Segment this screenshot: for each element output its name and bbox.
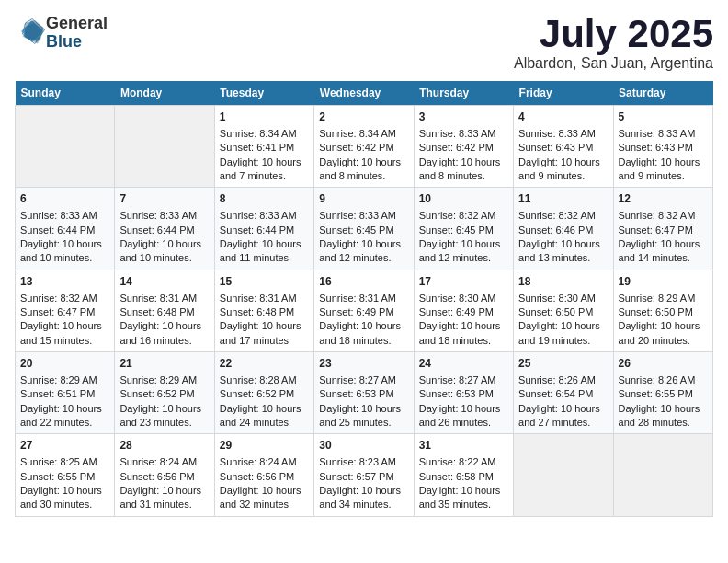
sunset-text: Sunset: 6:55 PM (20, 471, 95, 482)
calendar-cell: 19Sunrise: 8:29 AMSunset: 6:50 PMDayligh… (613, 270, 712, 351)
daylight-text: Daylight: 10 hours and 10 minutes. (119, 238, 201, 263)
sunrise-text: Sunrise: 8:33 AM (20, 210, 97, 221)
calendar-table: SundayMondayTuesdayWednesdayThursdayFrid… (15, 81, 713, 517)
sunset-text: Sunset: 6:55 PM (619, 388, 693, 399)
daylight-text: Daylight: 10 hours and 11 minutes. (220, 238, 301, 263)
sunrise-text: Sunrise: 8:33 AM (419, 128, 496, 139)
day-number: 8 (220, 191, 309, 207)
day-number: 23 (319, 356, 408, 372)
sunset-text: Sunset: 6:43 PM (518, 142, 593, 153)
page-header: General Blue July 2025 Albardon, San Jua… (15, 15, 713, 72)
sunset-text: Sunset: 6:50 PM (518, 306, 593, 317)
daylight-text: Daylight: 10 hours and 32 minutes. (220, 485, 301, 510)
calendar-cell: 8Sunrise: 8:33 AMSunset: 6:44 PMDaylight… (214, 188, 313, 270)
sunrise-text: Sunrise: 8:29 AM (619, 293, 696, 304)
week-row: 20Sunrise: 8:29 AMSunset: 6:51 PMDayligh… (16, 352, 713, 434)
sunrise-text: Sunrise: 8:32 AM (518, 210, 596, 221)
sunset-text: Sunset: 6:51 PM (20, 388, 95, 399)
daylight-text: Daylight: 10 hours and 30 minutes. (20, 485, 102, 510)
calendar-cell (613, 434, 712, 516)
day-number: 30 (319, 438, 408, 454)
daylight-text: Daylight: 10 hours and 25 minutes. (319, 403, 401, 428)
calendar-cell: 5Sunrise: 8:33 AMSunset: 6:43 PMDaylight… (613, 106, 712, 188)
sunset-text: Sunset: 6:54 PM (518, 388, 593, 399)
day-number: 26 (619, 356, 708, 372)
calendar-cell: 13Sunrise: 8:32 AMSunset: 6:47 PMDayligh… (16, 270, 115, 351)
calendar-cell: 4Sunrise: 8:33 AMSunset: 6:43 PMDaylight… (514, 106, 613, 188)
calendar-cell (16, 106, 115, 188)
calendar-cell: 26Sunrise: 8:26 AMSunset: 6:55 PMDayligh… (613, 352, 712, 434)
calendar-cell: 31Sunrise: 8:22 AMSunset: 6:58 PMDayligh… (414, 434, 513, 516)
day-number: 4 (518, 109, 608, 125)
sunset-text: Sunset: 6:52 PM (220, 388, 294, 399)
calendar-cell: 7Sunrise: 8:33 AMSunset: 6:44 PMDaylight… (115, 188, 214, 270)
sunset-text: Sunset: 6:58 PM (419, 471, 494, 482)
daylight-text: Daylight: 10 hours and 18 minutes. (319, 320, 401, 345)
title-block: July 2025 Albardon, San Juan, Argentina (514, 15, 713, 72)
calendar-body: 1Sunrise: 8:34 AMSunset: 6:41 PMDaylight… (16, 106, 713, 517)
day-number: 16 (319, 274, 408, 290)
sunrise-text: Sunrise: 8:23 AM (319, 456, 396, 467)
daylight-text: Daylight: 10 hours and 23 minutes. (119, 403, 201, 428)
calendar-cell: 25Sunrise: 8:26 AMSunset: 6:54 PMDayligh… (514, 352, 613, 434)
sunset-text: Sunset: 6:44 PM (20, 224, 95, 236)
day-number: 15 (220, 274, 309, 290)
daylight-text: Daylight: 10 hours and 24 minutes. (220, 403, 301, 428)
day-number: 27 (20, 438, 109, 454)
sunrise-text: Sunrise: 8:33 AM (319, 210, 396, 221)
day-number: 9 (319, 191, 408, 207)
sunset-text: Sunset: 6:50 PM (619, 306, 693, 317)
calendar-cell: 10Sunrise: 8:32 AMSunset: 6:45 PMDayligh… (414, 188, 513, 270)
calendar-cell: 28Sunrise: 8:24 AMSunset: 6:56 PMDayligh… (115, 434, 214, 516)
calendar-cell: 1Sunrise: 8:34 AMSunset: 6:41 PMDaylight… (214, 106, 313, 188)
calendar-cell: 14Sunrise: 8:31 AMSunset: 6:48 PMDayligh… (115, 270, 214, 351)
calendar-cell: 3Sunrise: 8:33 AMSunset: 6:42 PMDaylight… (414, 106, 513, 188)
sunset-text: Sunset: 6:42 PM (419, 142, 494, 153)
sunrise-text: Sunrise: 8:31 AM (119, 293, 197, 304)
sunset-text: Sunset: 6:52 PM (119, 388, 194, 399)
calendar-cell: 23Sunrise: 8:27 AMSunset: 6:53 PMDayligh… (314, 352, 414, 434)
day-header-thursday: Thursday (414, 81, 513, 106)
sunset-text: Sunset: 6:42 PM (319, 142, 393, 153)
day-number: 20 (20, 356, 109, 372)
sunset-text: Sunset: 6:45 PM (319, 224, 393, 236)
daylight-text: Daylight: 10 hours and 14 minutes. (619, 238, 700, 263)
day-header-wednesday: Wednesday (314, 81, 414, 106)
day-number: 18 (518, 274, 608, 290)
sunset-text: Sunset: 6:57 PM (319, 471, 393, 482)
daylight-text: Daylight: 10 hours and 9 minutes. (518, 156, 600, 181)
daylight-text: Daylight: 10 hours and 27 minutes. (518, 403, 600, 428)
day-number: 6 (20, 191, 109, 207)
day-number: 10 (419, 191, 508, 207)
day-header-saturday: Saturday (613, 81, 712, 106)
sunrise-text: Sunrise: 8:28 AM (220, 374, 297, 385)
day-number: 28 (119, 438, 209, 454)
calendar-cell: 6Sunrise: 8:33 AMSunset: 6:44 PMDaylight… (16, 188, 115, 270)
day-number: 2 (319, 109, 408, 125)
sunrise-text: Sunrise: 8:34 AM (319, 128, 396, 139)
day-number: 19 (619, 274, 708, 290)
daylight-text: Daylight: 10 hours and 16 minutes. (119, 320, 201, 345)
sunset-text: Sunset: 6:47 PM (619, 224, 693, 236)
day-header-sunday: Sunday (16, 81, 115, 106)
day-number: 13 (20, 274, 109, 290)
daylight-text: Daylight: 10 hours and 35 minutes. (419, 485, 501, 510)
sunrise-text: Sunrise: 8:31 AM (220, 293, 297, 304)
day-number: 7 (119, 191, 209, 207)
logo-general-text: General (46, 14, 108, 32)
day-number: 21 (119, 356, 209, 372)
daylight-text: Daylight: 10 hours and 31 minutes. (119, 485, 201, 510)
daylight-text: Daylight: 10 hours and 8 minutes. (419, 156, 501, 181)
daylight-text: Daylight: 10 hours and 34 minutes. (319, 485, 401, 510)
sunrise-text: Sunrise: 8:22 AM (419, 456, 496, 467)
daylight-text: Daylight: 10 hours and 15 minutes. (20, 320, 102, 345)
sunset-text: Sunset: 6:56 PM (220, 471, 294, 482)
calendar-cell: 24Sunrise: 8:27 AMSunset: 6:53 PMDayligh… (414, 352, 513, 434)
sunrise-text: Sunrise: 8:33 AM (518, 128, 596, 139)
day-number: 11 (518, 191, 608, 207)
sunset-text: Sunset: 6:53 PM (319, 388, 393, 399)
sunset-text: Sunset: 6:47 PM (20, 306, 95, 317)
sunrise-text: Sunrise: 8:31 AM (319, 293, 396, 304)
calendar-cell: 15Sunrise: 8:31 AMSunset: 6:48 PMDayligh… (214, 270, 313, 351)
day-number: 3 (419, 109, 508, 125)
